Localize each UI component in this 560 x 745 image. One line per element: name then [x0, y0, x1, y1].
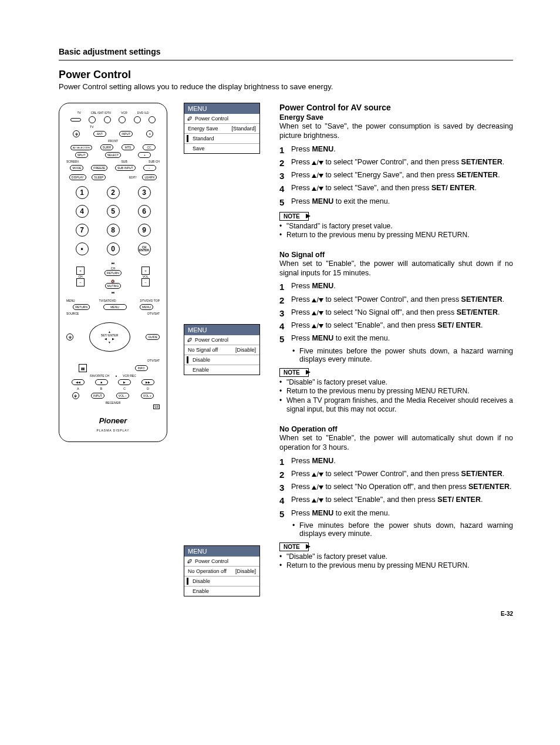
remote-control-diagram: TVCBL /SAT /DTVVCRDVD /LD TV ⏻ANTINPUT☀ …: [59, 103, 167, 442]
note-list: "Disable" is factory preset value.Return…: [279, 552, 513, 571]
menu-breadcrumb: Power Control: [184, 335, 259, 345]
note-item: Return to the previous menu by pressing …: [279, 561, 513, 571]
step-item: 5Press MENU to exit the menu.: [279, 197, 513, 208]
menu-current-item: No Signal off[Disable]: [184, 345, 259, 355]
step-item: 3Press / to select "No Signal off", and …: [279, 308, 513, 319]
up-down-icon: /: [312, 470, 323, 480]
note-label: NOTE: [279, 212, 309, 221]
brand-logo: Pioneer: [66, 416, 160, 425]
menu-breadcrumb: Power Control: [184, 114, 259, 124]
intro-text: Power Control setting allows you to redu…: [59, 82, 513, 91]
note-list: "Standard" is factory preset value.Retur…: [279, 222, 513, 240]
subsection-desc: When set to "Save", the power consumptio…: [279, 122, 513, 141]
menu-option: Disable: [184, 355, 259, 365]
up-down-icon: /: [312, 295, 323, 305]
note-item: "Standard" is factory preset value.: [279, 222, 513, 231]
note-item: Return to the previous menu by pressing …: [279, 231, 513, 240]
menu-box: MENUPower ControlNo Signal off[Disable]D…: [184, 324, 260, 375]
step-item: 4Press / to select "Save", and then pres…: [279, 183, 513, 195]
leaf-icon: [187, 116, 193, 122]
menu-box: MENUPower ControlNo Operation off[Disabl…: [184, 545, 260, 596]
up-down-icon: /: [312, 158, 323, 168]
section-header: Basic adjustment settings: [59, 47, 513, 60]
note-item: When a TV program finishes, and the Medi…: [279, 396, 513, 414]
note-label: NOTE: [279, 542, 309, 551]
section-title: Basic adjustment settings: [59, 47, 513, 56]
note-label: NOTE: [279, 368, 309, 377]
note-item: "Disable" is factory preset value.: [279, 552, 513, 562]
step-item: 1Press MENU.: [279, 144, 513, 156]
menu-box: MENUPower ControlEnergy Save[Standard]St…: [184, 103, 260, 154]
step-list: 1Press MENU.2Press / to select "Power Co…: [279, 144, 513, 208]
menu-option: Disable: [184, 577, 259, 586]
section-av-title: Power Control for AV source: [279, 103, 513, 112]
step-item: 4Press / to select "Enable", and then pr…: [279, 321, 513, 332]
menu-current-item: No Operation off[Disable]: [184, 567, 259, 577]
step-sub-bullet: Five minutes before the power shuts down…: [279, 347, 513, 363]
step-item: 3Press / to select "No Operation off", a…: [279, 482, 513, 494]
menu-header: MENU: [184, 546, 259, 557]
menu-header: MENU: [184, 325, 259, 335]
step-item: 4Press / to select "Enable", and then pr…: [279, 495, 513, 507]
step-item: 2Press / to select "Power Control", and …: [279, 157, 513, 169]
menu-option: Standard: [184, 134, 259, 144]
subsection-title: No Operation off: [279, 425, 513, 433]
page-number: E-32: [59, 611, 513, 617]
page-title: Power Control: [59, 69, 513, 81]
step-item: 1Press MENU.: [279, 456, 513, 468]
subsection-desc: When set to "Enable", the power will aut…: [279, 433, 513, 453]
menu-option: Enable: [184, 586, 259, 596]
up-down-icon: /: [312, 308, 323, 318]
step-item: 3Press / to select "Energy Save", and th…: [279, 170, 513, 182]
step-item: 2Press / to select "Power Control", and …: [279, 295, 513, 306]
menu-header: MENU: [184, 103, 259, 114]
note-item: Return to the previous menu by pressing …: [279, 387, 513, 396]
note-list: "Disable" is factory preset value.Return…: [279, 378, 513, 414]
step-sub-bullet: Five minutes before the power shuts down…: [279, 521, 513, 538]
step-item: 2Press / to select "Power Control", and …: [279, 469, 513, 481]
up-down-icon: /: [312, 171, 323, 181]
up-down-icon: /: [312, 184, 323, 194]
step-list: 1Press MENU.2Press / to select "Power Co…: [279, 456, 513, 520]
menu-option: Enable: [184, 365, 259, 375]
leaf-icon: [187, 337, 193, 343]
step-item: 1Press MENU.: [279, 281, 513, 293]
subsection-title: Energy Save: [279, 113, 513, 122]
step-item: 5Press MENU to exit the menu.: [279, 508, 513, 520]
subsection-desc: When set to "Enable", the power will aut…: [279, 259, 513, 278]
menu-current-item: Energy Save[Standard]: [184, 124, 259, 134]
menu-breadcrumb: Power Control: [184, 557, 259, 567]
step-item: 5Press MENU to exit the menu.: [279, 333, 513, 345]
note-item: "Disable" is factory preset value.: [279, 378, 513, 387]
leaf-icon: [187, 558, 193, 564]
step-list: 1Press MENU.2Press / to select "Power Co…: [279, 281, 513, 345]
menu-option: Save: [184, 144, 259, 153]
up-down-icon: /: [312, 483, 323, 493]
subsection-title: No Signal off: [279, 251, 513, 259]
up-down-icon: /: [312, 495, 323, 505]
up-down-icon: /: [312, 321, 323, 331]
